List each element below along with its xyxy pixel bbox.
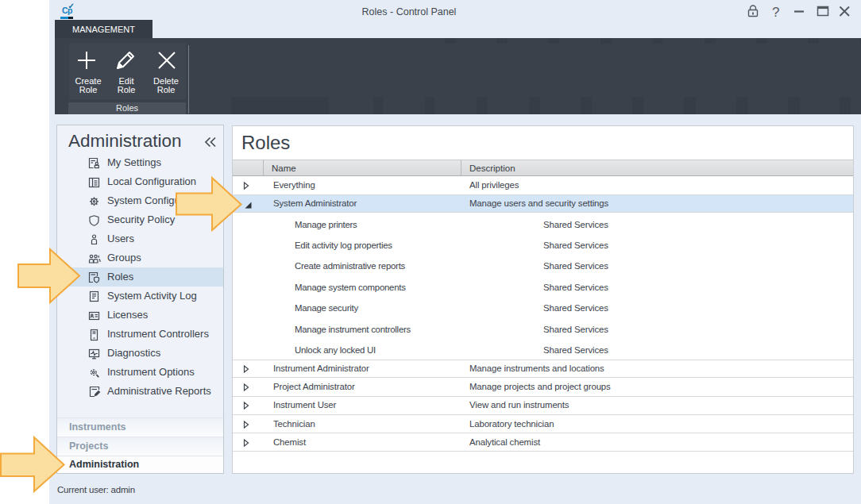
svg-text:?: ? — [772, 5, 779, 20]
